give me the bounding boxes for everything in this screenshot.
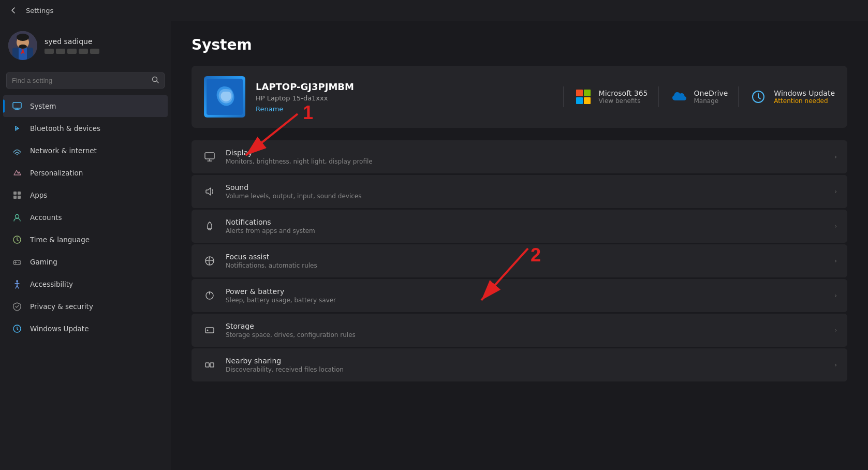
settings-item-sound[interactable]: Sound Volume levels, output, input, soun… [192,175,847,208]
svg-point-5 [17,34,29,41]
windows-update-sidebar-icon [11,323,23,334]
settings-item-focus[interactable]: Focus assist Notifications, automatic ru… [192,244,847,277]
divider-2 [658,86,659,107]
ms365-action[interactable]: Microsoft 365 View benefits [574,87,648,106]
notifications-text: Notifications Alerts from apps and syste… [226,218,826,234]
winupdate-action[interactable]: Windows Update Attention needed [749,87,835,106]
search-icon [152,76,159,85]
winupdate-text: Windows Update Attention needed [774,89,835,105]
sidebar-item-time[interactable]: Time & language [3,229,168,251]
nearby-chevron: › [834,361,837,369]
accounts-icon [11,212,23,223]
sidebar-item-bluetooth[interactable]: Bluetooth & devices [3,118,168,139]
svg-line-8 [157,81,159,83]
system-icon [11,100,23,112]
sidebar-item-label-apps: Apps [30,191,47,199]
sidebar-item-accounts[interactable]: Accounts [3,207,168,228]
sidebar-item-label-accessibility: Accessibility [30,280,73,288]
sidebar-item-privacy[interactable]: Privacy & security [3,296,168,317]
power-title: Power & battery [226,287,826,296]
titlebar: Settings [0,0,868,21]
page-title: System [192,36,847,53]
onedrive-icon [669,87,688,106]
sidebar-item-accessibility[interactable]: Accessibility [3,273,168,295]
sidebar-item-apps[interactable]: Apps [3,184,168,206]
storage-chevron: › [834,327,837,334]
settings-item-storage[interactable]: Storage Storage space, drives, configura… [192,314,847,347]
notifications-title: Notifications [226,218,826,226]
svg-rect-36 [584,97,591,104]
bluetooth-icon [11,123,23,134]
onedrive-text: OneDrive Manage [694,89,728,105]
search-input[interactable] [12,77,148,84]
nearby-desc: Discoverability, received files location [226,366,826,373]
svg-point-6 [19,45,27,49]
sidebar-item-windowsupdate[interactable]: Windows Update [3,318,168,340]
privacy-icon [11,301,23,312]
sidebar-item-network[interactable]: Network & internet [3,140,168,161]
svg-rect-16 [18,196,21,199]
notifications-icon [202,218,217,234]
gaming-icon [11,256,23,268]
device-info: LAPTOP-GJ3PJMBM HP Laptop 15-da1xxx Rena… [256,81,553,113]
settings-item-nearby[interactable]: Nearby sharing Discoverability, received… [192,348,847,381]
power-icon [202,288,217,303]
svg-rect-15 [13,196,17,199]
personalization-icon [11,167,23,179]
sidebar-item-label-bluetooth: Bluetooth & devices [30,124,100,133]
sidebar-item-label-system: System [30,102,56,110]
svg-point-17 [16,215,19,218]
power-text: Power & battery Sleep, battery usage, ba… [226,287,826,304]
focus-text: Focus assist Notifications, automatic ru… [226,253,826,269]
settings-item-notifications[interactable]: Notifications Alerts from apps and syste… [192,210,847,243]
back-button[interactable] [6,3,21,18]
sidebar-item-system[interactable]: System [3,95,168,117]
onedrive-sub: Manage [694,97,728,105]
ms365-label: Microsoft 365 [599,89,648,97]
sidebar-item-gaming[interactable]: Gaming [3,251,168,273]
display-title: Display [226,149,826,157]
svg-rect-49 [205,363,209,367]
content-area: System LAPTOP-GJ3PJMBM HP Laptop 15-da1x… [171,21,868,397]
display-chevron: › [834,153,837,160]
svg-rect-14 [18,192,21,195]
nearby-icon [202,357,217,373]
settings-item-display[interactable]: Display Monitors, brightness, night ligh… [192,140,847,173]
focus-desc: Notifications, automatic rules [226,262,826,269]
time-icon [11,234,23,245]
sidebar: syed sadique [0,21,171,470]
winupdate-icon [749,87,768,106]
focus-title: Focus assist [226,253,826,261]
user-profile[interactable]: syed sadique [0,21,171,68]
display-text: Display Monitors, brightness, night ligh… [226,149,826,165]
sidebar-item-label-time: Time & language [30,236,90,244]
svg-rect-34 [584,90,591,96]
device-name: LAPTOP-GJ3PJMBM [256,81,553,92]
device-image [204,76,245,118]
user-dots [45,49,99,54]
storage-icon [202,322,217,338]
sound-text: Sound Volume levels, output, input, soun… [226,183,826,200]
svg-line-29 [16,286,17,288]
svg-line-20 [17,240,19,241]
onedrive-action[interactable]: OneDrive Manage [669,87,728,106]
ms365-text: Microsoft 365 View benefits [599,89,648,105]
search-box[interactable] [6,72,165,89]
network-icon [11,145,23,156]
display-icon [202,149,217,165]
sound-chevron: › [834,188,837,195]
winupdate-sub: Attention needed [774,97,835,105]
sound-icon [202,184,217,199]
ms365-sub: View benefits [599,97,648,105]
power-desc: Sleep, battery usage, battery saver [226,297,826,304]
sidebar-item-personalization[interactable]: Personalization [3,162,168,184]
storage-text: Storage Storage space, drives, configura… [226,322,826,339]
sidebar-item-label-gaming: Gaming [30,258,57,266]
focus-chevron: › [834,257,837,265]
svg-line-30 [17,286,19,288]
rename-link[interactable]: Rename [256,105,553,113]
device-card: LAPTOP-GJ3PJMBM HP Laptop 15-da1xxx Rena… [192,66,847,128]
titlebar-title: Settings [26,7,53,14]
focus-icon [202,253,217,269]
settings-item-power[interactable]: Power & battery Sleep, battery usage, ba… [192,279,847,312]
